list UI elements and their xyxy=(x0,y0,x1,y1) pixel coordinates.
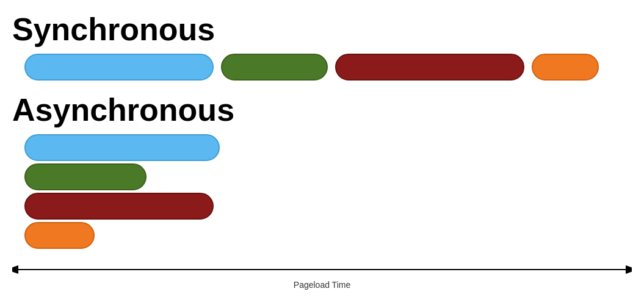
main-container: Synchronous Asynchronous xyxy=(0,0,644,308)
pageload-arrow-svg xyxy=(12,260,632,279)
sync-bar-orange xyxy=(532,54,599,81)
synchronous-title: Synchronous xyxy=(12,11,632,48)
async-bar-darkred xyxy=(24,193,214,220)
pageload-label: Pageload Time xyxy=(294,280,350,290)
arrow-row: Pageload Time xyxy=(12,260,632,290)
sync-bar-green xyxy=(221,54,328,81)
synchronous-bars xyxy=(24,54,632,81)
asynchronous-section: Asynchronous xyxy=(12,91,632,249)
async-bar-green xyxy=(24,163,147,190)
sync-bar-blue xyxy=(24,54,214,81)
async-bar-blue xyxy=(24,134,220,161)
asynchronous-bars xyxy=(24,134,632,249)
arrow-line-container xyxy=(12,260,632,279)
sync-bar-darkred xyxy=(335,54,524,81)
asynchronous-title: Asynchronous xyxy=(12,91,632,128)
synchronous-section: Synchronous xyxy=(12,11,632,81)
async-bar-orange xyxy=(24,222,95,249)
